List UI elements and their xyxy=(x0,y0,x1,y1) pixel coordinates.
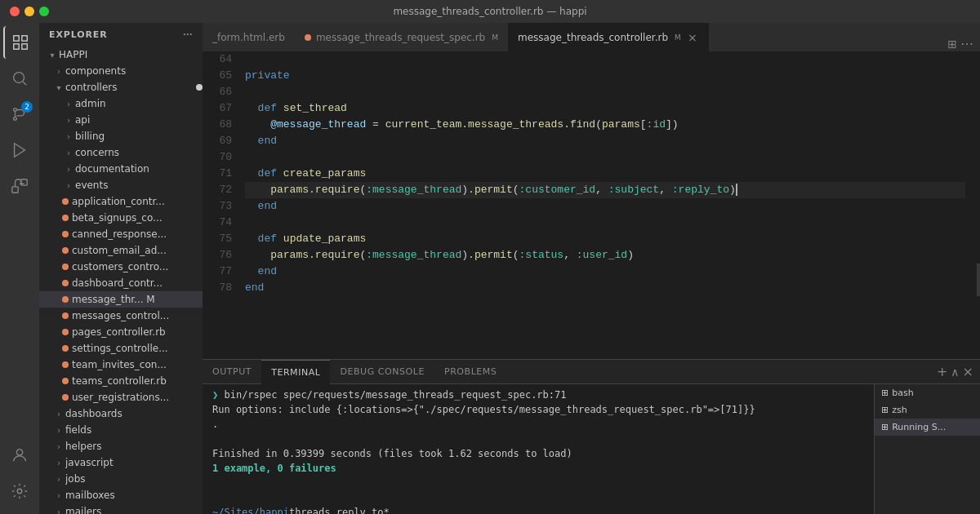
tree-item-pages-controller[interactable]: pages_controller.rb xyxy=(39,324,203,340)
explorer-icon[interactable] xyxy=(3,26,36,59)
tree-item-fields[interactable]: › fields xyxy=(39,422,203,438)
terminal-label: bash xyxy=(892,388,913,398)
tree-item-concerns[interactable]: › concerns xyxy=(39,144,203,161)
line-num: 76 xyxy=(209,247,232,264)
arrow-icon: › xyxy=(52,472,65,485)
terminal-instance-bash[interactable]: ⊞ bash xyxy=(875,384,980,401)
tree-item-api[interactable]: › api xyxy=(39,112,203,128)
tree-label: components xyxy=(65,65,203,77)
tree-item-beta-signups[interactable]: beta_signups_co... xyxy=(39,210,203,226)
tree-label: application_contr... xyxy=(72,196,203,207)
tree-item-helpers[interactable]: › helpers xyxy=(39,438,203,454)
tree-label: team_invites_con... xyxy=(72,359,203,370)
tree-item-controllers[interactable]: ▾ controllers xyxy=(39,79,203,95)
window-controls xyxy=(10,7,49,16)
account-icon[interactable] xyxy=(3,439,36,472)
tree-item-user-registrations[interactable]: user_registrations... xyxy=(39,389,203,405)
title-bar: message_threads_controller.rb — happi xyxy=(0,0,980,23)
code-line-65: private xyxy=(245,68,965,84)
line-num: 66 xyxy=(209,84,232,100)
tree-item-admin[interactable]: › admin xyxy=(39,95,203,112)
terminal-instance-running[interactable]: ⊞ Running S... xyxy=(875,419,980,436)
close-dot[interactable] xyxy=(10,7,20,16)
arrow-icon: › xyxy=(52,456,65,469)
main-layout: 2 EXPLORER ⋯ ▾ HAPPI xyxy=(0,23,980,514)
tree-item-application-controller[interactable]: application_contr... xyxy=(39,193,203,210)
code-line-76: params.require(:message_thread).permit(:… xyxy=(245,247,965,264)
code-line-73: end xyxy=(245,198,965,215)
svg-rect-11 xyxy=(12,187,18,193)
tree-item-mailers[interactable]: › mailers xyxy=(39,503,203,514)
tree-item-custom-email[interactable]: custom_email_ad... xyxy=(39,242,203,259)
more-tabs-icon[interactable]: ⋯ xyxy=(960,36,973,51)
tree-item-settings-controller[interactable]: settings_controlle... xyxy=(39,340,203,357)
extensions-icon[interactable] xyxy=(3,170,36,202)
file-dot xyxy=(62,198,69,205)
tree-label: fields xyxy=(65,424,203,436)
panel-close-icon[interactable]: × xyxy=(963,364,973,379)
source-control-badge: 2 xyxy=(21,101,33,113)
tree-item-mailboxes[interactable]: › mailboxes xyxy=(39,487,203,503)
tab-label: message_threads_controller.rb xyxy=(518,32,668,43)
tab-label: message_threads_request_spec.rb xyxy=(316,32,485,43)
line-num: 69 xyxy=(209,133,232,149)
split-editor-icon[interactable]: ⊞ xyxy=(947,38,957,51)
tree-item-javascript[interactable]: › javascript xyxy=(39,454,203,471)
project-name: HAPPI xyxy=(59,49,203,60)
arrow-icon: › xyxy=(52,423,65,436)
tree-item-dashboard-controller[interactable]: dashboard_contr... xyxy=(39,275,203,291)
tree-item-team-invites[interactable]: team_invites_con... xyxy=(39,357,203,373)
terminal-line: ❯ bin/rspec spec/requests/message_thread… xyxy=(212,388,864,402)
panel-up-icon[interactable]: ∧ xyxy=(951,366,959,379)
terminal-icon: ⊞ xyxy=(881,388,889,398)
maximize-dot[interactable] xyxy=(39,7,49,16)
terminal-main[interactable]: ❯ bin/rspec spec/requests/message_thread… xyxy=(203,384,874,514)
minimize-dot[interactable] xyxy=(24,7,34,16)
tab-form[interactable]: _form.html.erb xyxy=(203,23,295,51)
tree-item-message-threads-controller[interactable]: message_thr... M xyxy=(39,291,203,308)
sidebar-collapse-icon[interactable]: ⋯ xyxy=(183,29,193,40)
settings-icon[interactable] xyxy=(3,475,36,507)
tree-item-messages-controller[interactable]: messages_control... xyxy=(39,308,203,324)
terminal-line: Finished in 0.39399 seconds (files took … xyxy=(212,446,864,461)
tree-item-canned-response[interactable]: canned_response... xyxy=(39,226,203,242)
terminal-instance-zsh[interactable]: ⊞ zsh xyxy=(875,401,980,419)
tree-item-dashboards[interactable]: › dashboards xyxy=(39,405,203,422)
project-root[interactable]: ▾ HAPPI xyxy=(39,47,203,63)
terminal-icon: ⊞ xyxy=(881,422,889,432)
tab-controller[interactable]: message_threads_controller.rb M × xyxy=(508,23,709,51)
panel-tab-terminal[interactable]: TERMINAL xyxy=(261,360,330,384)
tree-item-events[interactable]: › events xyxy=(39,177,203,193)
arrow-icon: › xyxy=(62,113,75,126)
terminal-line xyxy=(212,476,864,490)
line-num: 72 xyxy=(209,182,232,198)
tree-item-teams-controller[interactable]: teams_controller.rb xyxy=(39,373,203,389)
tree-item-billing[interactable]: › billing xyxy=(39,128,203,144)
sidebar-title: EXPLORER xyxy=(49,29,108,40)
search-icon[interactable] xyxy=(3,62,36,95)
line-num: 65 xyxy=(209,68,232,84)
line-num: 67 xyxy=(209,100,232,117)
tab-dot xyxy=(305,34,311,41)
panel-tab-problems[interactable]: PROBLEMS xyxy=(434,360,506,384)
tree-label: user_registrations... xyxy=(72,392,203,403)
tree-item-jobs[interactable]: › jobs xyxy=(39,471,203,487)
arrow-icon: › xyxy=(52,489,65,502)
add-terminal-icon[interactable]: + xyxy=(937,364,947,379)
tree-item-components[interactable]: › components xyxy=(39,63,203,79)
panel-tab-debug[interactable]: DEBUG CONSOLE xyxy=(330,360,434,384)
minimap-slider[interactable] xyxy=(977,264,980,296)
run-icon[interactable] xyxy=(3,134,36,166)
tree-item-customers-controller[interactable]: customers_contro... xyxy=(39,259,203,275)
panel: OUTPUT TERMINAL DEBUG CONSOLE PROBLEMS +… xyxy=(203,359,980,514)
source-control-icon[interactable]: 2 xyxy=(3,98,36,131)
tree-label: events xyxy=(75,179,203,191)
code-area[interactable]: private def set_thread @message_thread =… xyxy=(238,51,972,359)
tab-close-button[interactable]: × xyxy=(686,31,699,44)
tab-spec[interactable]: message_threads_request_spec.rb M xyxy=(295,23,508,51)
svg-point-8 xyxy=(14,117,17,121)
sidebar: EXPLORER ⋯ ▾ HAPPI › components ▾ contro… xyxy=(39,23,203,514)
panel-tab-output[interactable]: OUTPUT xyxy=(203,360,261,384)
tree-label: canned_response... xyxy=(72,228,203,240)
tree-item-documentation[interactable]: › documentation xyxy=(39,161,203,177)
